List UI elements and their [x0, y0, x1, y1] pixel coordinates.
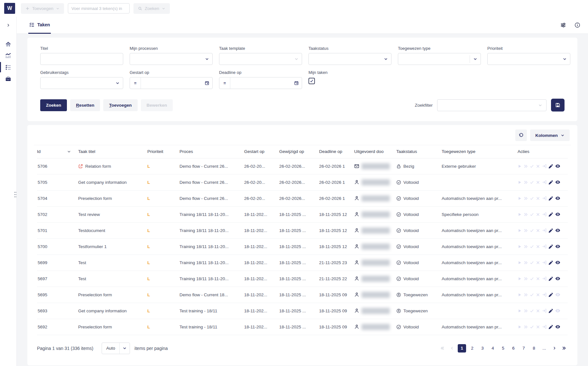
- page-button-2[interactable]: 2: [468, 344, 476, 353]
- sidebar-item-taken[interactable]: [0, 64, 17, 70]
- titel-input[interactable]: [44, 57, 120, 61]
- calendar-icon[interactable]: [294, 81, 302, 85]
- approve-action-icon[interactable]: [530, 293, 534, 297]
- signin-action-icon[interactable]: [542, 244, 547, 249]
- kolommen-button[interactable]: Kolommen: [530, 129, 570, 141]
- zoekfilter-select[interactable]: [437, 99, 547, 111]
- page-button-7[interactable]: 7: [519, 344, 528, 353]
- reset-columns-button[interactable]: [515, 129, 527, 141]
- reject-action-icon[interactable]: [536, 164, 540, 168]
- edit-action-icon[interactable]: [548, 180, 553, 185]
- mijn-processen-select[interactable]: [130, 53, 213, 65]
- info-icon[interactable]: [574, 22, 580, 28]
- next-page-button[interactable]: [550, 344, 558, 352]
- play-action-icon[interactable]: [518, 309, 522, 313]
- deadline-op-input[interactable]: [230, 77, 294, 89]
- reject-action-icon[interactable]: [536, 245, 540, 249]
- sidebar-item-analytics[interactable]: [0, 52, 17, 59]
- play-action-icon[interactable]: [518, 293, 522, 297]
- skip-action-icon[interactable]: [524, 277, 528, 281]
- save-filter-button[interactable]: [551, 99, 565, 112]
- table-row[interactable]: 5695Preselection formLDemo flow - Curren…: [37, 287, 568, 303]
- play-action-icon[interactable]: [518, 245, 522, 249]
- calendar-icon[interactable]: [205, 81, 212, 85]
- approve-action-icon[interactable]: [530, 277, 534, 281]
- taak-template-select[interactable]: [219, 53, 302, 65]
- zoeken-button[interactable]: Zoeken: [40, 99, 67, 111]
- play-action-icon[interactable]: [518, 196, 522, 201]
- history-action-icon[interactable]: [555, 308, 560, 313]
- edit-action-icon[interactable]: [548, 244, 553, 249]
- app-logo[interactable]: W: [4, 3, 15, 14]
- edit-action-icon[interactable]: [548, 325, 553, 329]
- history-action-icon[interactable]: [555, 244, 560, 249]
- signin-action-icon[interactable]: [542, 164, 547, 168]
- edit-action-icon[interactable]: [548, 212, 553, 217]
- table-row[interactable]: 5706Relation formLDemo flow - Current 26…: [37, 158, 568, 174]
- skip-action-icon[interactable]: [524, 325, 528, 329]
- skip-action-icon[interactable]: [524, 164, 528, 168]
- history-action-icon[interactable]: [555, 324, 560, 329]
- first-page-button[interactable]: [438, 344, 446, 352]
- gestart-op-input[interactable]: [141, 77, 205, 89]
- page-button-1[interactable]: 1: [458, 344, 466, 353]
- column-header[interactable]: Gewijzigd op: [279, 145, 319, 158]
- approve-action-icon[interactable]: [530, 164, 534, 168]
- global-search-input[interactable]: [68, 3, 130, 13]
- bewerken-button[interactable]: Bewerken: [141, 99, 173, 111]
- signin-action-icon[interactable]: [542, 228, 547, 233]
- edit-action-icon[interactable]: [548, 196, 553, 201]
- global-add-button[interactable]: Toevoegen: [21, 3, 64, 14]
- page-button-5[interactable]: 5: [499, 344, 507, 353]
- resetten-button[interactable]: Resetten: [70, 99, 100, 111]
- sidebar-item-cases[interactable]: [0, 76, 17, 82]
- table-row[interactable]: 5702Test reviewLTraining 18/11 18-11-20.…: [37, 206, 568, 222]
- skip-action-icon[interactable]: [524, 228, 528, 233]
- column-header[interactable]: Deadline op: [319, 145, 354, 158]
- approve-action-icon[interactable]: [530, 212, 534, 217]
- panel-drag-handle[interactable]: [14, 191, 17, 199]
- signin-action-icon[interactable]: [542, 196, 547, 201]
- column-header[interactable]: Gestart op: [244, 145, 279, 158]
- reject-action-icon[interactable]: [536, 309, 540, 313]
- table-row[interactable]: 5700Testformulier 1LTraining 18/11 18-11…: [37, 238, 568, 254]
- history-action-icon[interactable]: [555, 276, 560, 281]
- table-row[interactable]: 5699TestLTraining 18/11 18-11-20...18-11…: [37, 254, 568, 271]
- history-action-icon[interactable]: [555, 292, 560, 297]
- table-row[interactable]: 5692Preselection formLTest training - 18…: [37, 319, 568, 335]
- column-header-id[interactable]: Id: [37, 145, 78, 158]
- history-action-icon[interactable]: [555, 196, 560, 201]
- play-action-icon[interactable]: [518, 180, 522, 184]
- toegewezen-type-select[interactable]: [398, 53, 481, 65]
- reject-action-icon[interactable]: [536, 325, 540, 329]
- approve-action-icon[interactable]: [530, 325, 534, 329]
- edit-action-icon[interactable]: [548, 308, 553, 313]
- reject-action-icon[interactable]: [536, 196, 540, 201]
- column-header[interactable]: Toegewezen type: [442, 145, 518, 158]
- play-action-icon[interactable]: [518, 212, 522, 217]
- column-header[interactable]: Acties: [518, 145, 568, 158]
- gebruikerstags-select[interactable]: [40, 77, 123, 89]
- table-row[interactable]: 5697TestLTraining 18/11 18-11-20...18-11…: [37, 271, 568, 287]
- reject-action-icon[interactable]: [536, 180, 540, 184]
- tab-taken[interactable]: Taken: [28, 17, 51, 34]
- approve-action-icon[interactable]: [530, 309, 534, 313]
- signin-action-icon[interactable]: [542, 325, 547, 329]
- toevoegen-button[interactable]: Toevoegen: [103, 99, 137, 111]
- page-button-3[interactable]: 3: [478, 344, 487, 353]
- edit-action-icon[interactable]: [548, 164, 553, 169]
- signin-action-icon[interactable]: [542, 260, 547, 265]
- taakstatus-select[interactable]: [308, 53, 391, 65]
- history-action-icon[interactable]: [555, 228, 560, 233]
- history-action-icon[interactable]: [555, 212, 560, 217]
- column-header[interactable]: Taakstatus: [396, 145, 442, 158]
- signin-action-icon[interactable]: [542, 292, 547, 297]
- play-action-icon[interactable]: [518, 164, 522, 168]
- table-row[interactable]: 5701TestdocumentLTraining 18/11 18-11-20…: [37, 222, 568, 238]
- equals-operator[interactable]: =: [219, 77, 230, 89]
- history-action-icon[interactable]: [555, 260, 560, 265]
- reject-action-icon[interactable]: [536, 261, 540, 265]
- skip-action-icon[interactable]: [524, 245, 528, 249]
- equals-operator[interactable]: =: [130, 77, 141, 89]
- play-action-icon[interactable]: [518, 228, 522, 233]
